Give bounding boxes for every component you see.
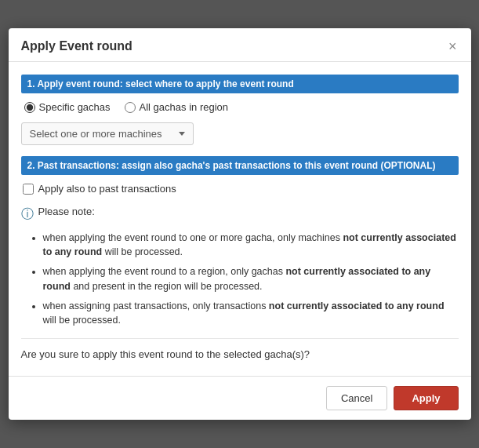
note-item-2-text1: when applying the event round to a regio… [43, 266, 286, 277]
modal-footer: Cancel Apply [9, 376, 471, 420]
radio-all[interactable]: All gachas in region [125, 101, 228, 113]
past-transactions-checkbox[interactable] [23, 184, 34, 195]
note-list: when applying the event round to one or … [21, 231, 459, 327]
note-item-3-bold: not currently associated to any round [269, 300, 445, 311]
cancel-button[interactable]: Cancel [326, 386, 387, 410]
dropdown-caret-icon [179, 132, 185, 136]
machines-dropdown[interactable]: Select one or more machines [21, 122, 194, 145]
past-transactions-checkbox-label[interactable]: Apply also to past transactions [21, 183, 459, 195]
radio-group: Specific gachas All gachas in region [21, 101, 459, 113]
radio-all-input[interactable] [125, 102, 136, 113]
modal-overlay: Apply Event round × 1. Apply event round… [0, 0, 479, 448]
note-item-3-text2: will be processed. [43, 315, 121, 326]
radio-all-label: All gachas in region [140, 101, 228, 113]
machines-dropdown-label: Select one or more machines [30, 128, 162, 140]
note-item-3-text1: when assigning past transactions, only t… [43, 300, 269, 311]
note-item-1-text2: will be processed. [102, 246, 183, 257]
radio-specific-label: Specific gachas [39, 101, 111, 113]
step1-header: 1. Apply event round: select where to ap… [21, 75, 459, 93]
radio-specific-input[interactable] [24, 102, 35, 113]
modal-title: Apply Event round [21, 39, 132, 53]
modal-body: 1. Apply event round: select where to ap… [9, 62, 471, 376]
note-item-2: when applying the event round to a regio… [43, 264, 459, 293]
note-section: ⓘ Please note: [21, 206, 459, 223]
note-label: Please note: [38, 206, 95, 217]
modal-header: Apply Event round × [9, 28, 471, 62]
modal-dialog: Apply Event round × 1. Apply event round… [9, 28, 471, 420]
note-item-3: when assigning past transactions, only t… [43, 299, 459, 327]
note-item-1: when applying the event round to one or … [43, 231, 459, 259]
info-icon: ⓘ [21, 206, 34, 223]
radio-specific[interactable]: Specific gachas [24, 101, 111, 113]
apply-button[interactable]: Apply [394, 386, 458, 410]
step2-header: 2. Past transactions: assign also gacha'… [21, 156, 459, 175]
confirm-text: Are you sure to apply this event round t… [21, 338, 459, 360]
past-transactions-label: Apply also to past transactions [38, 183, 176, 195]
close-button[interactable]: × [447, 39, 459, 53]
note-item-1-text1: when applying the event round to one or … [43, 232, 343, 243]
note-item-2-text2: and present in the region will be proces… [71, 281, 263, 292]
